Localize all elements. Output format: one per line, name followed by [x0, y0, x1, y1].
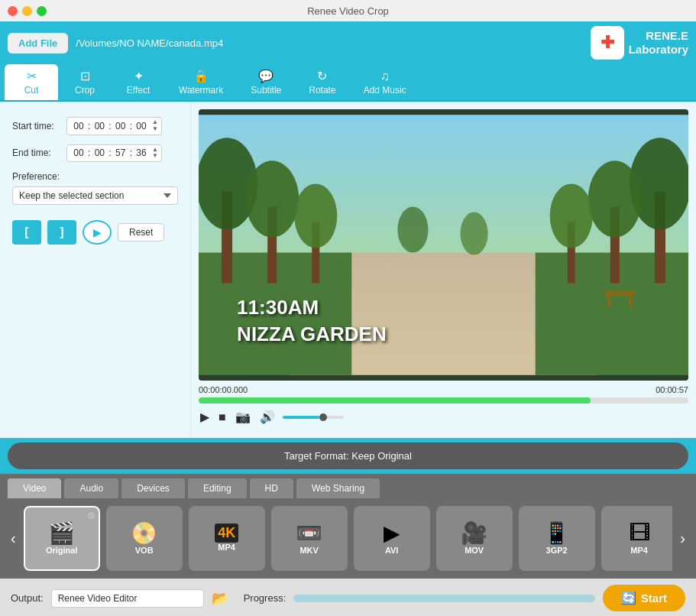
svg-point-17 [461, 212, 488, 255]
tab-cut-label: Cut [24, 85, 39, 96]
left-panel: Start time: 00 : 00 : 00 : 00 ▲ ▼ End ti… [0, 102, 191, 438]
fmt-tab-web-sharing[interactable]: Web Sharing [296, 478, 380, 498]
format-3gp2[interactable]: 📱 3GP2 [519, 506, 595, 571]
end-time-row: End time: 00 : 00 : 57 : 36 ▲ ▼ [12, 144, 178, 163]
end-ss: 57 [112, 148, 129, 158]
time-current: 00:00:00.000 [199, 385, 248, 394]
fmt-tab-devices[interactable]: Devices [121, 478, 185, 498]
end-ms: 36 [133, 148, 150, 158]
start-label: Start [641, 592, 667, 605]
fmt-tab-editing[interactable]: Editing [188, 478, 247, 498]
toolbar: ✂ Cut ⊡ Crop ✦ Effect 🔒 Watermark 💬 Subt… [0, 64, 696, 102]
end-time-down-icon[interactable]: ▼ [152, 153, 158, 160]
svg-rect-19 [607, 296, 610, 307]
svg-point-15 [550, 183, 593, 248]
cut-icon: ✂ [27, 69, 37, 83]
logo-area: ✚ RENE.E Laboratory [591, 26, 688, 60]
svg-rect-18 [604, 291, 635, 296]
tab-rotate[interactable]: ↻ Rotate [295, 64, 349, 100]
minimize-button[interactable] [22, 6, 32, 16]
format-avi[interactable]: ▶ AVI [354, 506, 430, 571]
format-original[interactable]: ⚙ 🎬 Original [24, 506, 100, 571]
cut-buttons: [ ] ▶ Reset [12, 220, 178, 245]
format-mov[interactable]: 🎥 MOV [436, 506, 513, 571]
watermark-icon: 🔒 [193, 69, 209, 83]
tab-subtitle[interactable]: 💬 Subtitle [237, 64, 295, 100]
volume-slider[interactable] [283, 416, 344, 419]
mark-in-button[interactable]: [ [12, 220, 41, 245]
window-title: Renee Video Crop [307, 5, 389, 17]
start-time-input[interactable]: 00 : 00 : 00 : 00 ▲ ▼ [66, 117, 162, 135]
start-icon: 🔄 [621, 591, 636, 605]
add-music-icon: ♫ [380, 70, 390, 83]
tab-crop-label: Crop [75, 85, 95, 96]
stop-button[interactable]: ■ [217, 409, 228, 426]
play-preview-button[interactable]: ▶ [83, 220, 112, 245]
title-bar: Renee Video Crop [0, 0, 696, 21]
progress-track[interactable] [199, 397, 688, 404]
tab-effect[interactable]: ✦ Effect [112, 64, 165, 100]
format-mp4-4k[interactable]: 4K MP4 [189, 506, 265, 571]
preference-select[interactable]: Keep the selected section Remove the sel… [12, 186, 178, 205]
tab-watermark[interactable]: 🔒 Watermark [165, 64, 237, 100]
tab-rotate-label: Rotate [309, 85, 335, 96]
end-mm: 00 [91, 148, 108, 158]
tab-subtitle-label: Subtitle [251, 85, 281, 96]
preference-label: Preference: [12, 171, 178, 182]
format-prev-button[interactable]: ‹ [8, 527, 19, 550]
maximize-button[interactable] [37, 6, 47, 16]
window-controls [8, 6, 47, 16]
format-section: ‹ ⚙ 🎬 Original 📀 VOB 4K MP4 📼 MKV [0, 498, 696, 579]
svg-rect-20 [629, 296, 632, 307]
volume-button[interactable]: 🔊 [258, 408, 277, 426]
top-header: Add File /Volumes/NO NAME/canada.mp4 ✚ R… [0, 21, 696, 64]
subtitle-icon: 💬 [258, 69, 274, 83]
tab-cut[interactable]: ✂ Cut [5, 64, 58, 100]
fmt-tab-audio[interactable]: Audio [64, 478, 118, 498]
format-mp4[interactable]: 🎞 MP4 [601, 506, 673, 571]
start-time-down-icon[interactable]: ▼ [152, 126, 158, 133]
start-hh: 00 [70, 121, 87, 131]
svg-point-7 [245, 160, 299, 237]
tab-add-music[interactable]: ♫ Add Music [350, 64, 420, 100]
svg-text:11:30AM: 11:30AM [237, 296, 319, 319]
logo-cross-icon: ✚ [601, 34, 614, 51]
format-mkv[interactable]: 📼 MKV [271, 506, 348, 571]
tab-crop[interactable]: ⊡ Crop [58, 64, 112, 100]
output-label: Output: [11, 592, 44, 604]
format-next-button[interactable]: › [677, 527, 688, 550]
reset-button[interactable]: Reset [118, 223, 164, 242]
end-time-input[interactable]: 00 : 00 : 57 : 36 ▲ ▼ [66, 144, 162, 163]
main-content: Start time: 00 : 00 : 00 : 00 ▲ ▼ End ti… [0, 102, 696, 438]
mark-out-button[interactable]: ] [47, 220, 76, 245]
start-time-label: Start time: [12, 121, 62, 131]
logo-icon: ✚ [591, 26, 624, 60]
play-button[interactable]: ▶ [199, 408, 211, 426]
start-mm: 00 [91, 121, 108, 131]
progress-times: 00:00:00.000 00:00:57 [199, 385, 688, 394]
close-button[interactable] [8, 6, 18, 16]
video-scene: 11:30AM NIZZA GARDEN [199, 109, 688, 381]
playback-controls: ▶ ■ 📷 🔊 [199, 408, 688, 426]
start-button[interactable]: 🔄 Start [603, 585, 685, 611]
format-vob[interactable]: 📀 VOB [106, 506, 183, 571]
screenshot-button[interactable]: 📷 [234, 408, 252, 426]
progress-bar [293, 595, 595, 602]
video-controls: 00:00:00.000 00:00:57 ▶ ■ 📷 🔊 [199, 381, 688, 430]
end-hh: 00 [70, 148, 87, 158]
start-ms: 00 [133, 121, 150, 131]
fmt-tab-hd[interactable]: HD [250, 478, 293, 498]
gear-icon: ⚙ [87, 511, 95, 521]
add-file-button[interactable]: Add File [8, 33, 68, 53]
svg-point-13 [588, 160, 642, 237]
format-tabs: Video Audio Devices Editing HD Web Shari… [0, 474, 696, 498]
tab-add-music-label: Add Music [364, 85, 406, 96]
volume-thumb [319, 413, 327, 421]
fmt-tab-video[interactable]: Video [8, 478, 61, 498]
svg-text:NIZZA GARDEN: NIZZA GARDEN [237, 323, 387, 345]
play-icon: ▶ [93, 226, 102, 238]
tab-effect-label: Effect [127, 85, 150, 96]
folder-button[interactable]: 📂 [212, 590, 228, 607]
file-path: /Volumes/NO NAME/canada.mp4 [76, 37, 582, 49]
output-input[interactable] [51, 589, 204, 608]
